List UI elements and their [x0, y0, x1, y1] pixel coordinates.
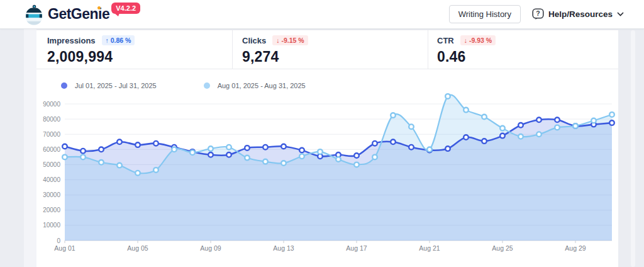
svg-text:60000: 60000 [43, 146, 60, 153]
ctr-change-badge: ↓ -9.93 % [460, 35, 496, 45]
svg-text:50000: 50000 [43, 161, 60, 168]
page-left-gutter [24, 29, 36, 267]
stats-row: Impressions ↑ 0.86 % 2,009,994 Clicks ↓ … [36, 30, 618, 69]
svg-text:90000: 90000 [43, 101, 60, 108]
svg-text:70000: 70000 [43, 131, 60, 138]
ctr-value: 0.46 [437, 48, 618, 65]
svg-text:40000: 40000 [43, 176, 60, 183]
svg-text:Aug 01: Aug 01 [54, 244, 75, 252]
impressions-change-badge: ↑ 0.86 % [102, 35, 135, 45]
ctr-label: CTR [437, 36, 454, 45]
getgenie-wordmark: GetGenie [48, 6, 109, 23]
clicks-change-badge: ↓ -9.15 % [272, 35, 308, 45]
svg-text:0: 0 [57, 237, 60, 244]
svg-text:30000: 30000 [43, 191, 60, 198]
clicks-value: 9,274 [242, 48, 428, 65]
svg-text:80000: 80000 [43, 116, 60, 123]
svg-text:Aug 13: Aug 13 [273, 244, 294, 252]
analytics-card: Impressions ↑ 0.86 % 2,009,994 Clicks ↓ … [36, 30, 618, 267]
stat-card-impressions: Impressions ↑ 0.86 % 2,009,994 [36, 30, 233, 69]
getgenie-mascot-icon [24, 4, 43, 25]
svg-text:Aug 17: Aug 17 [346, 244, 367, 252]
writing-history-button[interactable]: Writing History [449, 5, 521, 23]
version-badge: V4.2.2 [111, 3, 140, 14]
vertical-scrollbar[interactable] [631, 30, 635, 267]
logo: GetGenie V4.2.2 [0, 3, 140, 25]
impressions-label: Impressions [47, 36, 96, 45]
chevron-down-icon [617, 12, 624, 16]
svg-text:10000: 10000 [43, 222, 60, 229]
help-resources-menu[interactable]: ? Help/Resources [532, 8, 624, 20]
help-icon: ? [532, 8, 544, 20]
svg-text:?: ? [536, 9, 540, 17]
clicks-label: Clicks [242, 36, 266, 45]
svg-text:20000: 20000 [43, 207, 60, 213]
svg-text:Aug 09: Aug 09 [200, 244, 221, 252]
performance-chart[interactable]: 0100002000030000400005000060000700008000… [36, 88, 618, 264]
stat-card-clicks: Clicks ↓ -9.15 % 9,274 [233, 30, 428, 69]
svg-text:Aug 25: Aug 25 [492, 244, 513, 252]
top-header: GetGenie V4.2.2 Writing History ? Help/R… [0, 0, 644, 29]
stat-card-ctr: CTR ↓ -9.93 % 0.46 [428, 30, 618, 69]
svg-text:Aug 21: Aug 21 [419, 244, 440, 252]
svg-text:Aug 05: Aug 05 [127, 244, 148, 252]
impressions-value: 2,009,994 [47, 48, 232, 65]
svg-text:Aug 29: Aug 29 [565, 244, 586, 252]
help-resources-label: Help/Resources [548, 9, 613, 19]
